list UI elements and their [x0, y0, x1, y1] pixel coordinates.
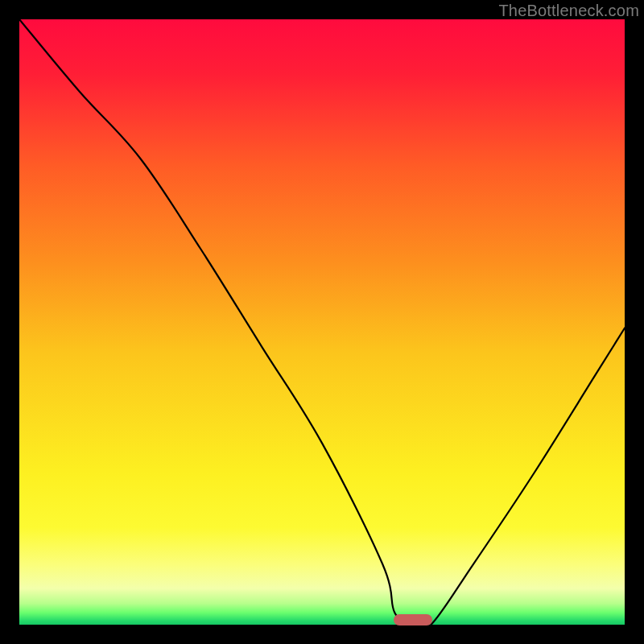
- bottleneck-curve: [19, 19, 625, 625]
- chart-frame: TheBottleneck.com: [0, 0, 644, 644]
- watermark-text: TheBottleneck.com: [498, 2, 639, 20]
- optimum-marker: [394, 614, 432, 625]
- plot-area: [19, 19, 625, 625]
